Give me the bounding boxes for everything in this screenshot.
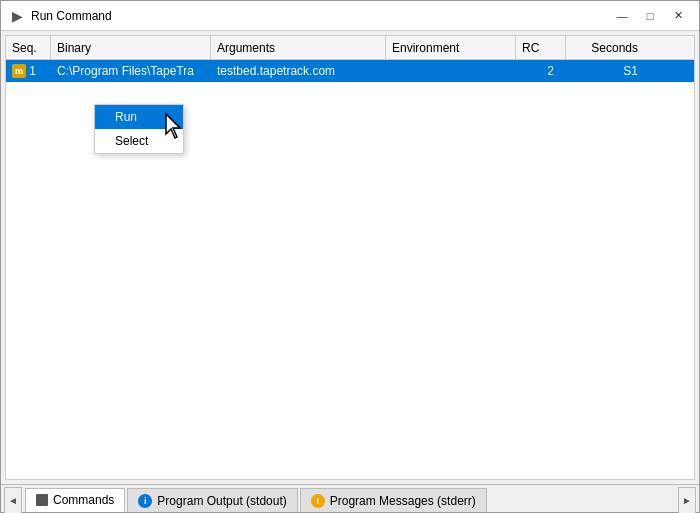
tab-stderr-label: Program Messages (stderr) — [330, 494, 476, 508]
col-header-seq: Seq. — [6, 36, 51, 59]
window-title: Run Command — [31, 9, 609, 23]
title-bar: ▶ Run Command — □ ✕ — [1, 1, 699, 31]
context-menu-item-run[interactable]: Run — [95, 105, 183, 129]
tab-stdout[interactable]: i Program Output (stdout) — [127, 488, 297, 512]
tab-stderr[interactable]: ! Program Messages (stderr) — [300, 488, 487, 512]
maximize-button[interactable]: □ — [637, 5, 663, 27]
col-header-env: Environment — [386, 36, 516, 59]
minimize-button[interactable]: — — [609, 5, 635, 27]
tab-stdout-label: Program Output (stdout) — [157, 494, 286, 508]
tab-commands[interactable]: Commands — [25, 488, 125, 512]
col-header-seconds: Seconds — [566, 36, 646, 59]
tabs-container: Commands i Program Output (stdout) ! Pro… — [23, 485, 677, 512]
stdout-icon: i — [138, 494, 152, 508]
commands-icon — [36, 494, 48, 506]
cell-args: testbed.tapetrack.com — [211, 60, 386, 82]
col-header-rc: RC — [516, 36, 566, 59]
table-body: m 1 C:\Program Files\TapeTra testbed.tap… — [6, 60, 694, 479]
context-menu-item-select[interactable]: Select — [95, 129, 183, 153]
col-header-binary: Binary — [51, 36, 211, 59]
table-header: Seq. Binary Arguments Environment RC Sec… — [6, 36, 694, 60]
app-icon: ▶ — [9, 8, 25, 24]
tab-commands-label: Commands — [53, 493, 114, 507]
cell-binary: C:\Program Files\TapeTra — [51, 60, 211, 82]
window-controls: — □ ✕ — [609, 5, 691, 27]
bottom-bar: ◄ Commands i Program Output (stdout) ! P… — [1, 484, 699, 512]
cell-seconds: S1 — [566, 60, 646, 82]
context-menu: Run Select — [94, 104, 184, 154]
seq-icon: m — [12, 64, 26, 78]
col-header-args: Arguments — [211, 36, 386, 59]
stderr-icon: ! — [311, 494, 325, 508]
cell-rc: 2 — [516, 60, 566, 82]
scroll-right-button[interactable]: ► — [678, 487, 696, 513]
table-row[interactable]: m 1 C:\Program Files\TapeTra testbed.tap… — [6, 60, 694, 82]
cell-seq: m 1 — [6, 60, 51, 82]
cell-env — [386, 60, 516, 82]
close-button[interactable]: ✕ — [665, 5, 691, 27]
main-window: ▶ Run Command — □ ✕ Seq. Binary Argument… — [0, 0, 700, 513]
content-area: Seq. Binary Arguments Environment RC Sec… — [5, 35, 695, 480]
scroll-left-button[interactable]: ◄ — [4, 487, 22, 513]
